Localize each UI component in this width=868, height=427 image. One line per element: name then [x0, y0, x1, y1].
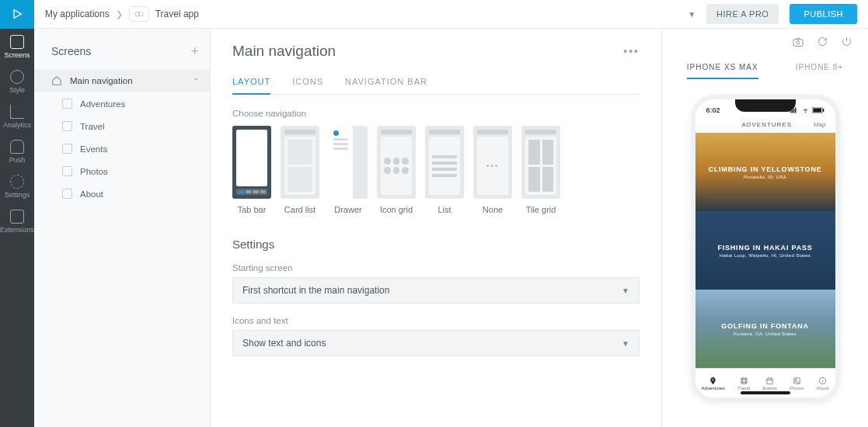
rail-item-push[interactable]: Push [9, 140, 26, 164]
svg-rect-2 [793, 39, 803, 46]
feed[interactable]: CLIMBING IN YELLOWSTONEPocatello, ID, US… [695, 133, 835, 368]
bottom-nav-events[interactable]: Events [763, 377, 777, 391]
feed-tile[interactable]: CLIMBING IN YELLOWSTONEPocatello, ID, US… [695, 133, 835, 211]
preview-device-tabs: IPHONE XS MAX IPHONE 8+ [662, 57, 868, 79]
screen-label: Travel [80, 122, 105, 131]
device-tab-xsmax[interactable]: IPHONE XS MAX [687, 57, 758, 79]
brand-logo[interactable] [0, 0, 34, 29]
side-rail: Screens Style Analytics Push Settings Ex… [0, 29, 34, 427]
device-notch [735, 99, 796, 112]
screen-label: Main navigation [70, 76, 133, 85]
layout-label: None [483, 205, 503, 214]
layout-option-list[interactable]: List [425, 126, 464, 214]
status-indicators [790, 107, 824, 113]
tab-icons[interactable]: ICONS [292, 77, 323, 94]
topbar: My applications ❯ Travel app ▼ HIRE A PR… [0, 0, 868, 29]
device-tab-8plus[interactable]: IPHONE 8+ [796, 57, 844, 79]
screen-item-adventures[interactable]: Adventures [34, 92, 210, 115]
preview-panel: IPHONE XS MAX IPHONE 8+ 6:02 ADVENTURES [661, 29, 868, 427]
checkbox-icon [62, 121, 72, 131]
screen-item-travel[interactable]: Travel [34, 115, 210, 137]
rail-label: Push [9, 156, 26, 164]
tile-title: GOLFING IN FONTANA [721, 322, 809, 330]
home-icon [51, 75, 62, 86]
svg-point-3 [797, 40, 800, 43]
rail-label: Screens [4, 51, 30, 59]
bottom-nav-adventures[interactable]: Adventures [702, 377, 725, 391]
tile-title: CLIMBING IN YELLOWSTONE [708, 165, 821, 173]
rail-label: Analytics [3, 121, 31, 129]
more-menu-button[interactable]: ••• [623, 45, 640, 57]
app-header: ADVENTURES Map [695, 118, 835, 133]
checkbox-icon [62, 166, 72, 176]
svg-rect-5 [792, 109, 793, 113]
rail-item-analytics[interactable]: Analytics [3, 105, 31, 129]
extensions-icon [10, 210, 24, 224]
icons-text-select[interactable]: Show text and icons ▼ [232, 330, 640, 356]
chevron-down-icon: ▼ [622, 339, 629, 348]
layout-option-drawer[interactable]: Drawer [329, 126, 368, 214]
starting-screen-select[interactable]: First shortcut in the main navigation ▼ [232, 277, 640, 304]
power-icon[interactable] [841, 36, 852, 50]
tab-layout[interactable]: LAYOUT [232, 77, 270, 94]
screens-title: Screens + [34, 40, 210, 69]
bottom-nav-photos[interactable]: Photos [790, 377, 804, 391]
chevron-up-icon[interactable]: ⌃ [193, 77, 199, 85]
app-icon[interactable] [129, 6, 149, 22]
push-icon [10, 140, 24, 154]
layout-option-tab-bar[interactable]: Tab bar [232, 126, 271, 214]
add-screen-button[interactable]: + [190, 44, 199, 58]
tile-subtitle: Fontana, CA, United States [734, 332, 797, 336]
screen-item-about[interactable]: About [34, 182, 210, 205]
layout-label: List [437, 205, 451, 214]
bottom-nav-travel[interactable]: Travel [737, 377, 750, 391]
feed-tile[interactable]: FISHING IN HAKAI PASSHakai Loop, Waipahu… [695, 211, 835, 290]
app-header-title: ADVENTURES [741, 121, 792, 128]
refresh-icon[interactable] [817, 36, 828, 50]
rail-item-extensions[interactable]: Extensions [0, 210, 34, 234]
bottom-nav-label: Events [763, 386, 777, 391]
layout-option-icon-grid[interactable]: Icon grid [377, 126, 416, 214]
layout-option-tile-grid[interactable]: Tile grid [521, 126, 560, 214]
svg-rect-6 [793, 109, 794, 113]
account-caret[interactable]: ▼ [688, 10, 695, 19]
icons-text-label: Icons and text [232, 316, 640, 325]
hire-a-pro-button[interactable]: HIRE A PRO [706, 4, 779, 24]
feed-tile[interactable]: GOLFING IN FONTANAFontana, CA, United St… [695, 290, 835, 368]
bottom-nav-label: Travel [737, 386, 750, 391]
app-header-map[interactable]: Map [814, 121, 826, 128]
choose-navigation-label: Choose navigation [232, 109, 640, 118]
screens-panel: Screens + Main navigation ⌃ Adventures T… [34, 29, 211, 427]
breadcrumb-app[interactable]: Travel app [155, 9, 199, 19]
layout-option-none[interactable]: ••• None [473, 126, 512, 214]
rail-label: Settings [5, 191, 30, 199]
layout-options: Tab bar Card list Drawer Icon grid List [232, 126, 640, 214]
rail-item-screens[interactable]: Screens [4, 35, 30, 59]
camera-icon[interactable] [792, 36, 804, 50]
svg-rect-12 [767, 378, 772, 384]
checkbox-icon [62, 99, 72, 109]
breadcrumb-root[interactable]: My applications [45, 9, 110, 19]
preview-toolbar [662, 29, 868, 57]
select-value: First shortcut in the main navigation [242, 285, 389, 296]
screen-item-photos[interactable]: Photos [34, 160, 210, 182]
publish-button[interactable]: PUBLISH [790, 4, 857, 24]
rail-item-style[interactable]: Style [9, 70, 25, 94]
device-preview: 6:02 ADVENTURES Map CLIMBING IN YELLOWST… [691, 95, 840, 402]
bottom-nav-label: Photos [790, 386, 804, 391]
bottom-nav-label: About [817, 386, 829, 391]
bottom-nav-about[interactable]: About [817, 377, 829, 391]
settings-heading: Settings [232, 238, 640, 251]
gear-icon [10, 175, 24, 189]
rail-item-settings[interactable]: Settings [5, 175, 30, 199]
screens-icon [10, 35, 24, 49]
layout-option-card-list[interactable]: Card list [281, 126, 319, 214]
screen-item-main-navigation[interactable]: Main navigation ⌃ [34, 69, 210, 92]
bottom-nav-label: Adventures [702, 386, 725, 391]
screen-label: Events [80, 144, 107, 154]
layout-label: Drawer [334, 205, 361, 214]
home-indicator [741, 391, 790, 394]
tab-navigation-bar[interactable]: NAVIGATION BAR [345, 77, 427, 94]
screen-item-events[interactable]: Events [34, 137, 210, 160]
checkbox-icon [62, 144, 72, 154]
